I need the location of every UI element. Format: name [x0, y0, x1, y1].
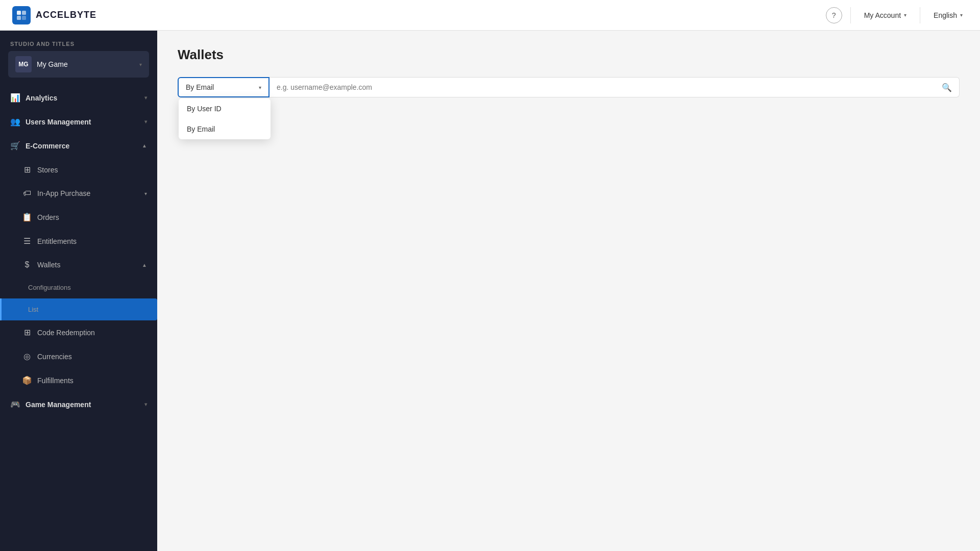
wallets-icon: $ [22, 260, 32, 269]
svg-rect-3 [22, 16, 26, 20]
dropdown-option-user-id[interactable]: By User ID [179, 98, 271, 119]
app-header: ACCELBYTE ? My Account ▾ English ▾ [0, 0, 980, 31]
search-area: By Email ▾ By User ID By Email 🔍 [178, 77, 960, 97]
ecommerce-icon: 🛒 [10, 141, 20, 151]
sidebar-item-stores[interactable]: ⊞ Stores [0, 158, 157, 182]
fulfillments-label: Fulfillments [37, 377, 74, 385]
sidebar-item-ecommerce[interactable]: 🛒 E-Commerce ▲ [0, 134, 157, 158]
orders-label: Orders [37, 213, 59, 221]
search-input[interactable] [277, 78, 942, 96]
currencies-label: Currencies [37, 353, 72, 361]
sidebar-item-analytics[interactable]: 📊 Analytics ▾ [0, 86, 157, 110]
sidebar-item-game-management[interactable]: 🎮 Game Management ▾ [0, 392, 157, 416]
game-chevron-icon: ▾ [139, 62, 142, 67]
stores-icon: ⊞ [22, 165, 32, 174]
stores-label: Stores [37, 166, 58, 174]
in-app-purchase-label: In-App Purchase [37, 189, 90, 197]
game-management-chevron-icon: ▾ [144, 402, 147, 407]
sidebar-item-configurations[interactable]: Configurations [0, 277, 157, 298]
header-divider [850, 7, 851, 23]
analytics-chevron-icon: ▾ [144, 95, 147, 101]
search-filter-chevron-icon: ▾ [259, 85, 261, 90]
svg-rect-2 [17, 16, 21, 20]
wallets-label: Wallets [37, 261, 60, 269]
users-management-label: Users Management [26, 118, 91, 126]
help-button[interactable]: ? [826, 7, 842, 23]
logo-text: ACCELBYTE [36, 10, 96, 20]
my-account-chevron-icon: ▾ [904, 12, 906, 18]
analytics-label: Analytics [26, 94, 57, 102]
sidebar-item-code-redemption[interactable]: ⊞ Code Redemption [0, 320, 157, 344]
search-icon[interactable]: 🔍 [942, 83, 952, 92]
game-management-label: Game Management [26, 400, 91, 409]
sidebar: STUDIO AND TITLES MG My Game ▾ 📊 Analyti… [0, 31, 157, 551]
my-account-dropdown[interactable]: My Account ▾ [859, 8, 912, 22]
in-app-purchase-chevron-icon: ▾ [144, 191, 147, 196]
svg-rect-1 [22, 11, 26, 15]
sidebar-section-label: STUDIO AND TITLES [0, 31, 157, 51]
list-label: List [28, 306, 38, 313]
fulfillments-icon: 📦 [22, 375, 32, 385]
dropdown-option-email[interactable]: By Email [179, 119, 271, 139]
language-dropdown[interactable]: English ▾ [928, 8, 968, 22]
logo-icon [12, 6, 31, 24]
currencies-icon: ◎ [22, 352, 32, 361]
users-chevron-icon: ▾ [144, 119, 147, 124]
language-chevron-icon: ▾ [960, 12, 963, 18]
game-selector[interactable]: MG My Game ▾ [8, 51, 149, 78]
page-title: Wallets [178, 47, 960, 63]
entitlements-label: Entitlements [37, 237, 77, 245]
search-filter-dropdown[interactable]: By Email ▾ By User ID By Email [178, 77, 270, 97]
my-account-label: My Account [864, 11, 901, 19]
header-right: ? My Account ▾ English ▾ [826, 7, 968, 23]
code-redemption-icon: ⊞ [22, 328, 32, 337]
configurations-label: Configurations [28, 284, 71, 291]
game-management-icon: 🎮 [10, 399, 20, 409]
entitlements-icon: ☰ [22, 236, 32, 246]
sidebar-item-wallets[interactable]: $ Wallets ▲ [0, 253, 157, 277]
ecommerce-chevron-icon: ▲ [142, 143, 147, 148]
language-label: English [934, 11, 957, 19]
sidebar-item-currencies[interactable]: ◎ Currencies [0, 344, 157, 368]
sidebar-item-fulfillments[interactable]: 📦 Fulfillments [0, 368, 157, 392]
sidebar-item-entitlements[interactable]: ☰ Entitlements [0, 229, 157, 253]
orders-icon: 📋 [22, 212, 32, 222]
wallets-chevron-icon: ▲ [142, 262, 147, 268]
ecommerce-label: E-Commerce [26, 142, 69, 150]
main-layout: STUDIO AND TITLES MG My Game ▾ 📊 Analyti… [0, 31, 980, 551]
header-divider-2 [920, 7, 920, 23]
search-filter-menu: By User ID By Email [179, 98, 271, 139]
sidebar-item-list[interactable]: List [0, 298, 157, 320]
game-name: My Game [37, 60, 134, 68]
search-filter-selected: By Email [186, 83, 255, 91]
in-app-purchase-icon: 🏷 [22, 189, 32, 198]
sidebar-item-in-app-purchase[interactable]: 🏷 In-App Purchase ▾ [0, 182, 157, 205]
sidebar-item-orders[interactable]: 📋 Orders [0, 205, 157, 229]
game-avatar: MG [15, 56, 32, 72]
analytics-icon: 📊 [10, 93, 20, 103]
search-input-wrap: 🔍 [270, 77, 960, 97]
code-redemption-label: Code Redemption [37, 329, 95, 337]
sidebar-item-users-management[interactable]: 👥 Users Management ▾ [0, 110, 157, 134]
svg-rect-0 [17, 11, 21, 15]
logo-area: ACCELBYTE [12, 6, 96, 24]
main-content: Wallets By Email ▾ By User ID By Email 🔍 [157, 31, 980, 551]
users-icon: 👥 [10, 117, 20, 127]
